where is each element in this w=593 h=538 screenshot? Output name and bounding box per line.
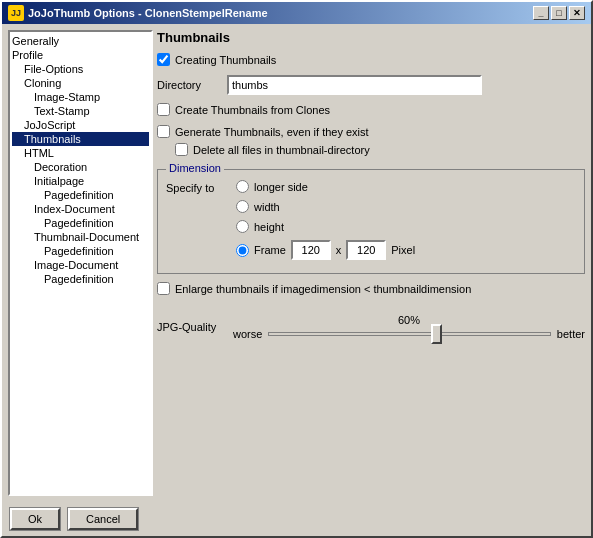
specify-to-label: Specify to	[166, 180, 236, 194]
cancel-button[interactable]: Cancel	[68, 508, 138, 530]
delete-all-checkbox[interactable]	[175, 143, 188, 156]
radio-group: longer side width height Frame	[236, 180, 415, 260]
radio-frame[interactable]	[236, 244, 249, 257]
tree-item[interactable]: Cloning	[12, 76, 149, 90]
main-window: JJ JoJoThumb Options - ClonenStempelRena…	[0, 0, 593, 538]
creating-thumbs-label: Creating Thumbnails	[175, 54, 276, 66]
create-from-clones-row: Create Thumbnails from Clones	[157, 103, 585, 116]
specify-to-row: Specify to longer side width height	[166, 180, 576, 260]
slider-container: 60% worse better	[233, 314, 585, 340]
tree-item[interactable]: Pagedefinition	[12, 216, 149, 230]
panel-title: Thumbnails	[157, 30, 585, 45]
tree-item[interactable]: Thumbnails	[12, 132, 149, 146]
creating-thumbs-row: Creating Thumbnails	[157, 53, 585, 66]
bottom-bar: Ok Cancel	[2, 502, 591, 536]
pixel-label: Pixel	[391, 244, 415, 256]
frame-y-input[interactable]	[346, 240, 386, 260]
enlarge-row: Enlarge thumbnails if imagedimension < t…	[157, 282, 585, 295]
creating-thumbs-checkbox[interactable]	[157, 53, 170, 66]
frame-x-input[interactable]	[291, 240, 331, 260]
close-button[interactable]: ✕	[569, 6, 585, 20]
radio-width-row: width	[236, 200, 415, 213]
tree-item[interactable]: Pagedefinition	[12, 244, 149, 258]
enlarge-label: Enlarge thumbnails if imagedimension < t…	[175, 283, 471, 295]
window-controls: _ □ ✕	[533, 6, 585, 20]
jpg-quality-area: JPG-Quality 60% worse better	[157, 310, 585, 340]
delete-all-label: Delete all files in thumbnail-directory	[193, 144, 370, 156]
radio-longer-side[interactable]	[236, 180, 249, 193]
generate-checkbox[interactable]	[157, 125, 170, 138]
jpg-quality-row: JPG-Quality 60% worse better	[157, 314, 585, 340]
tree-item[interactable]: Image-Document	[12, 258, 149, 272]
dimension-group-label: Dimension	[166, 162, 224, 174]
directory-label: Directory	[157, 79, 227, 91]
tree-item[interactable]: Image-Stamp	[12, 90, 149, 104]
window-title: JoJoThumb Options - ClonenStempelRename	[28, 7, 268, 19]
radio-longer-label: longer side	[254, 181, 308, 193]
radio-width[interactable]	[236, 200, 249, 213]
titlebar-left: JJ JoJoThumb Options - ClonenStempelRena…	[8, 5, 268, 21]
tree-item[interactable]: Pagedefinition	[12, 188, 149, 202]
better-label: better	[557, 328, 585, 340]
radio-height-row: height	[236, 220, 415, 233]
delete-all-row: Delete all files in thumbnail-directory	[157, 143, 585, 156]
radio-height[interactable]	[236, 220, 249, 233]
app-icon: JJ	[8, 5, 24, 21]
tree-item[interactable]: File-Options	[12, 62, 149, 76]
minimize-button[interactable]: _	[533, 6, 549, 20]
titlebar: JJ JoJoThumb Options - ClonenStempelRena…	[2, 2, 591, 24]
content-area: GenerallyProfileFile-OptionsCloningImage…	[2, 24, 591, 502]
radio-frame-row: Frame x Pixel	[236, 240, 415, 260]
create-from-clones-checkbox[interactable]	[157, 103, 170, 116]
tree-item[interactable]: Generally	[12, 34, 149, 48]
tree-item[interactable]: JoJoScript	[12, 118, 149, 132]
directory-input[interactable]	[227, 75, 482, 95]
right-panel: Thumbnails Creating Thumbnails Directory…	[157, 30, 585, 496]
tree-item[interactable]: Thumbnail-Document	[12, 230, 149, 244]
create-from-clones-label: Create Thumbnails from Clones	[175, 104, 330, 116]
maximize-button[interactable]: □	[551, 6, 567, 20]
directory-row: Directory	[157, 75, 585, 95]
radio-longer-row: longer side	[236, 180, 415, 193]
tree-item[interactable]: Pagedefinition	[12, 272, 149, 286]
jpg-quality-slider[interactable]	[268, 332, 551, 336]
radio-width-label: width	[254, 201, 280, 213]
generate-label: Generate Thumbnails, even if they exist	[175, 126, 369, 138]
tree-item[interactable]: Index-Document	[12, 202, 149, 216]
generate-row: Generate Thumbnails, even if they exist	[157, 125, 585, 138]
worse-label: worse	[233, 328, 262, 340]
slider-with-labels: worse better	[233, 328, 585, 340]
tree-item[interactable]: Text-Stamp	[12, 104, 149, 118]
radio-height-label: height	[254, 221, 284, 233]
dimension-group: Dimension Specify to longer side width	[157, 169, 585, 274]
tree-item[interactable]: Decoration	[12, 160, 149, 174]
enlarge-checkbox[interactable]	[157, 282, 170, 295]
tree-panel: GenerallyProfileFile-OptionsCloningImage…	[8, 30, 153, 496]
tree-item[interactable]: HTML	[12, 146, 149, 160]
jpg-quality-label: JPG-Quality	[157, 321, 227, 333]
radio-frame-label: Frame	[254, 244, 286, 256]
tree-item[interactable]: Initialpage	[12, 174, 149, 188]
frame-x-separator: x	[336, 244, 342, 256]
ok-button[interactable]: Ok	[10, 508, 60, 530]
tree-item[interactable]: Profile	[12, 48, 149, 62]
